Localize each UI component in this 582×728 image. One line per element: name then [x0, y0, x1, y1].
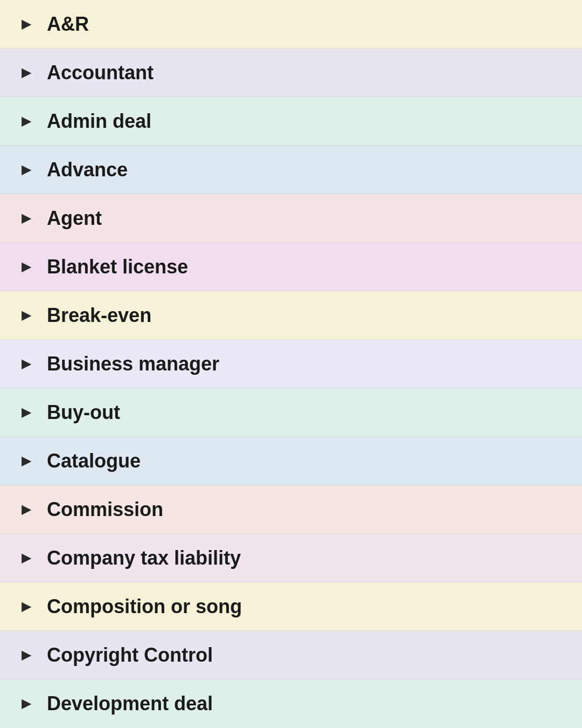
- chevron-right-icon: ▶: [22, 504, 31, 516]
- accordion-item-development-deal[interactable]: ▶Development deal: [0, 679, 582, 728]
- chevron-right-icon: ▶: [22, 67, 31, 79]
- item-label: Admin deal: [47, 110, 151, 133]
- chevron-right-icon: ▶: [22, 552, 31, 564]
- item-label: Blanket license: [47, 256, 188, 278]
- chevron-right-icon: ▶: [22, 698, 31, 710]
- accordion-item-accountant[interactable]: ▶Accountant: [0, 49, 582, 97]
- accordion-list: ▶A&R▶Accountant▶Admin deal▶Advance▶Agent…: [0, 0, 582, 728]
- chevron-right-icon: ▶: [22, 649, 31, 661]
- chevron-right-icon: ▶: [22, 164, 31, 176]
- chevron-right-icon: ▶: [22, 407, 31, 418]
- chevron-right-icon: ▶: [22, 310, 31, 321]
- chevron-right-icon: ▶: [22, 18, 31, 30]
- item-label: Commission: [47, 498, 163, 521]
- accordion-item-commission[interactable]: ▶Commission: [0, 485, 582, 534]
- item-label: Company tax liability: [47, 547, 241, 569]
- accordion-item-break-even[interactable]: ▶Break-even: [0, 291, 582, 340]
- item-label: Copyright Control: [47, 644, 213, 667]
- accordion-item-advance[interactable]: ▶Advance: [0, 146, 582, 194]
- accordion-item-ar[interactable]: ▶A&R: [0, 0, 582, 49]
- chevron-right-icon: ▶: [22, 358, 31, 370]
- item-label: A&R: [47, 13, 89, 36]
- accordion-item-catalogue[interactable]: ▶Catalogue: [0, 437, 582, 485]
- chevron-right-icon: ▶: [22, 601, 31, 613]
- item-label: Catalogue: [47, 450, 141, 472]
- item-label: Agent: [47, 207, 102, 230]
- item-label: Break-even: [47, 304, 151, 327]
- chevron-right-icon: ▶: [22, 212, 31, 224]
- chevron-right-icon: ▶: [22, 261, 31, 273]
- accordion-item-composition-or-song[interactable]: ▶Composition or song: [0, 582, 582, 631]
- item-label: Development deal: [47, 692, 213, 715]
- item-label: Business manager: [47, 353, 219, 375]
- accordion-item-agent[interactable]: ▶Agent: [0, 194, 582, 243]
- chevron-right-icon: ▶: [22, 455, 31, 467]
- item-label: Accountant: [47, 61, 154, 84]
- accordion-item-buy-out[interactable]: ▶Buy-out: [0, 388, 582, 437]
- accordion-item-copyright-control[interactable]: ▶Copyright Control: [0, 631, 582, 679]
- chevron-right-icon: ▶: [22, 115, 31, 127]
- item-label: Composition or song: [47, 595, 242, 618]
- accordion-item-admin-deal[interactable]: ▶Admin deal: [0, 97, 582, 146]
- accordion-item-business-manager[interactable]: ▶Business manager: [0, 340, 582, 388]
- item-label: Advance: [47, 159, 128, 181]
- accordion-item-company-tax[interactable]: ▶Company tax liability: [0, 534, 582, 582]
- item-label: Buy-out: [47, 401, 120, 424]
- accordion-item-blanket-license[interactable]: ▶Blanket license: [0, 243, 582, 291]
